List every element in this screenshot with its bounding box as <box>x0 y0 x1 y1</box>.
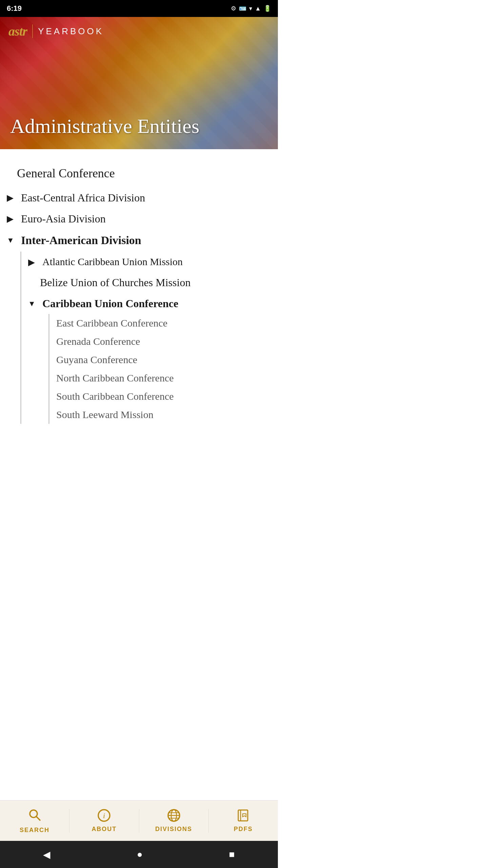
chevron-down-icon <box>28 298 38 309</box>
atlantic-caribbean-label: Atlantic Caribbean Union Mission <box>42 256 183 268</box>
wifi-icon: ▾ <box>249 5 252 12</box>
status-bar: 6:19 ⚙ 🪪 ▾ ▲ 🔋 <box>0 0 278 17</box>
chevron-right-icon <box>7 193 17 203</box>
signal-icon: ▲ <box>255 5 261 12</box>
logo-divider <box>32 24 33 38</box>
inter-american-item[interactable]: Inter-American Division <box>0 230 278 252</box>
east-caribbean-label: East Caribbean Conference <box>56 317 167 329</box>
chevron-right-icon <box>28 257 38 268</box>
north-caribbean-label: North Caribbean Conference <box>56 372 174 383</box>
north-caribbean-item[interactable]: North Caribbean Conference <box>49 369 278 387</box>
caribbean-union-item[interactable]: Caribbean Union Conference <box>21 293 278 314</box>
battery-icon: 🔋 <box>264 5 271 12</box>
content-area: General Conference East-Central Africa D… <box>0 149 278 465</box>
belize-label: Belize Union of Churches Mission <box>40 276 190 289</box>
south-caribbean-label: South Caribbean Conference <box>56 391 174 402</box>
logo-bar: astr YEARBOOK <box>0 17 278 45</box>
east-central-africa-label: East-Central Africa Division <box>21 191 145 204</box>
caribbean-union-children: East Caribbean Conference Grenada Confer… <box>48 314 278 424</box>
caribbean-union-label: Caribbean Union Conference <box>42 297 178 310</box>
status-time: 6:19 <box>7 4 22 13</box>
general-conference-label: General Conference <box>17 166 115 180</box>
grenada-item[interactable]: Grenada Conference <box>49 332 278 351</box>
sim-icon: 🪪 <box>239 5 246 12</box>
inter-american-children: Atlantic Caribbean Union Mission Belize … <box>20 252 278 424</box>
belize-item[interactable]: Belize Union of Churches Mission <box>21 272 278 293</box>
south-leeward-label: South Leeward Mission <box>56 409 154 420</box>
east-central-africa-item[interactable]: East-Central Africa Division <box>0 187 278 208</box>
gear-icon: ⚙ <box>231 5 236 12</box>
inter-american-label: Inter-American Division <box>21 234 141 248</box>
page-title: Administrative Entities <box>10 115 268 137</box>
south-caribbean-item[interactable]: South Caribbean Conference <box>49 387 278 406</box>
general-conference-item[interactable]: General Conference <box>0 159 278 187</box>
chevron-right-icon <box>7 214 17 224</box>
logo-yearbook: YEARBOOK <box>38 26 104 37</box>
status-icons: ⚙ 🪪 ▾ ▲ 🔋 <box>231 5 271 12</box>
logo-astr: astr <box>8 24 27 39</box>
south-leeward-item[interactable]: South Leeward Mission <box>49 406 278 424</box>
atlantic-caribbean-item[interactable]: Atlantic Caribbean Union Mission <box>21 252 278 272</box>
grenada-label: Grenada Conference <box>56 336 140 347</box>
euro-asia-label: Euro-Asia Division <box>21 212 106 225</box>
header-banner: astr YEARBOOK Administrative Entities <box>0 17 278 149</box>
east-caribbean-item[interactable]: East Caribbean Conference <box>49 314 278 332</box>
chevron-down-icon <box>7 235 17 245</box>
banner-title: Administrative Entities <box>0 108 278 149</box>
euro-asia-item[interactable]: Euro-Asia Division <box>0 208 278 229</box>
guyana-item[interactable]: Guyana Conference <box>49 351 278 369</box>
guyana-label: Guyana Conference <box>56 354 137 365</box>
